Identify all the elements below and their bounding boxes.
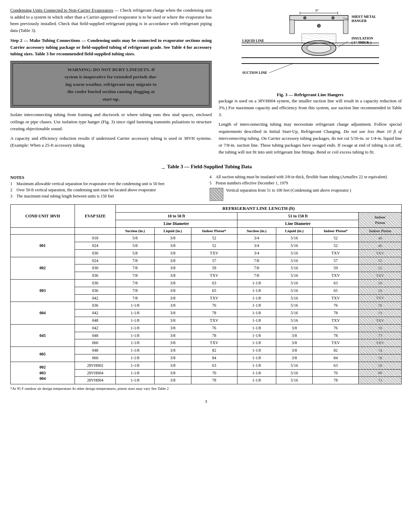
indoor1-cell: 63 (191, 362, 237, 369)
evap-size-cell: 048 (75, 332, 116, 339)
col-liquid1: Liquid (in.) (154, 227, 191, 234)
suction1-cell: 1-1/8 (115, 362, 154, 369)
indoor2-cell: 82 (313, 347, 359, 354)
indoor2-cell: 59 (313, 264, 359, 272)
cond-unit-cell: 045 (11, 324, 75, 347)
data-table: COND UNIT 38VH EVAP SIZE REFRIGERANT LIN… (10, 204, 402, 384)
suction2-cell: 3/4 (237, 249, 276, 257)
suction1-cell: 7/8 (115, 280, 154, 287)
indoor-piston-shaded-cell: TXV (359, 339, 402, 347)
indoor1-cell: 63 (191, 280, 237, 287)
suction2-cell: 1-1/8 (237, 280, 276, 287)
liquid1-cell: 3/8 (154, 339, 191, 347)
evap-size-cell: 048 (75, 317, 116, 325)
suction1-cell: 7/8 (115, 257, 154, 264)
liquid1-cell: 3/8 (154, 242, 191, 250)
indoor-piston-shaded-cell: 46 (359, 242, 402, 250)
liquid2-cell: 5/16 (276, 294, 313, 302)
header-range2: 51 to 150 ft (237, 213, 359, 220)
table-row: 0450421-1/83/8761-1/83/87670 (11, 324, 402, 332)
liquid2-cell: 3/8 (276, 354, 313, 362)
indoor-piston-shaded-cell: TXV (359, 317, 402, 325)
indoor-piston-shaded-cell: 66 (359, 369, 402, 377)
col-cond (11, 227, 75, 234)
indoor1-cell: 57 (191, 257, 237, 264)
cond-unit-cell: 005 (11, 347, 75, 362)
evap-size-cell: 036 (75, 287, 116, 294)
liquid1-cell: 3/8 (154, 332, 191, 339)
indoor-piston-shaded-cell: TXV (359, 272, 402, 280)
liquid2-cell: 5/16 (276, 309, 313, 317)
indoor-piston-shaded-cell: 59 (359, 280, 402, 287)
suction2-cell: 7/8 (237, 257, 276, 264)
indoor1-cell: 84 (191, 354, 237, 362)
col-suction1: Suction (in.) (115, 227, 154, 234)
suction2-cell: 1-1/8 (237, 294, 276, 302)
evap-size-cell: 030 (75, 264, 116, 272)
liquid1-cell: 3/8 (154, 272, 191, 280)
table-row: 0030307/83/8631-1/85/166359 (11, 280, 402, 287)
table-row: 0040361-1/83/8761-1/85/167670 (11, 302, 402, 309)
indoor-piston-shaded-cell: 74 (359, 347, 402, 354)
liquid2-cell: 5/16 (276, 302, 313, 309)
indoor-piston-shaded-cell: 73 (359, 309, 402, 317)
suction2-cell: 1-1/8 (237, 309, 276, 317)
indoor-piston-shaded-cell: 52 (359, 257, 402, 264)
liquid2-cell: 5/16 (276, 257, 313, 264)
indoor-piston-shaded-cell: 73 (359, 377, 402, 384)
liquid2-cell: 5/16 (276, 264, 313, 272)
table-row: 0020247/83/8577/85/165752 (11, 257, 402, 264)
indoor2-cell: 65 (313, 287, 359, 294)
svg-point-22 (303, 16, 306, 19)
indoor2-cell: 78 (313, 377, 359, 384)
cond-unit-cell: 003 (11, 280, 75, 302)
cond-unit-cell: 002 003 004 (11, 362, 75, 384)
indoor1-cell: 59 (191, 264, 237, 272)
suction1-cell: 7/8 (115, 287, 154, 294)
suction1-cell: 5/8 (115, 242, 154, 250)
table-row: 002 003 00428VH0021-1/83/8631-1/85/16635… (11, 362, 402, 369)
evap-size-cell: 036 (75, 302, 116, 309)
liquid2-cell: 5/16 (276, 317, 313, 325)
indoor2-cell: 63 (313, 280, 359, 287)
liquid2-cell: 5/16 (276, 369, 313, 377)
svg-line-21 (269, 64, 293, 73)
suction2-cell: 1-1/8 (237, 369, 276, 377)
footer-note: *At 95 F outdoor air design temperature … (10, 386, 402, 390)
svg-text:SHEET METAL: SHEET METAL (352, 15, 376, 19)
svg-rect-6 (343, 20, 348, 34)
notes-section: NOTES 1 Maximum allowable vertical separ… (10, 174, 402, 201)
indoor1-cell: TXV (191, 272, 237, 280)
indoor2-cell: 76 (313, 324, 359, 332)
indoor2-cell: 70 (313, 369, 359, 377)
indoor2-cell: 57 (313, 257, 359, 264)
table-section: → Table 3 — Field-Supplied Tubing Data N… (10, 164, 402, 390)
indoor-piston-shaded-cell: 59 (359, 362, 402, 369)
step2-heading: Step 2 — Make Tubing Connections — Conde… (10, 37, 212, 57)
evap-size-cell: 048 (75, 347, 116, 354)
body-para2: A capacity and efficiency reduction resu… (10, 135, 212, 149)
suction2-cell: 1-1/8 (237, 287, 276, 294)
indoor-piston-shaded-cell: 70 (359, 324, 402, 332)
liquid2-cell: 5/16 (276, 377, 313, 384)
evap-size-cell: 042 (75, 309, 116, 317)
indoor1-cell: 70 (191, 369, 237, 377)
figure-svg: 6" (238, 7, 382, 89)
page-container: Condensing Units Connected to Non-Carrie… (10, 7, 402, 404)
cond-unit-cell: 004 (11, 302, 75, 324)
indoor-piston-shaded-cell: 70 (359, 302, 402, 309)
suction1-cell: 5/8 (115, 235, 154, 242)
indoor1-cell: 78 (191, 309, 237, 317)
suction2-cell: 1-1/8 (237, 339, 276, 347)
svg-text:LIQUID LINE: LIQUID LINE (242, 39, 264, 43)
indoor2-cell: TXV (313, 272, 359, 280)
liquid1-cell: 3/8 (154, 317, 191, 325)
suction1-cell: 1-1/8 (115, 354, 154, 362)
note-3: 3 The maximum total tubing length betwee… (10, 194, 203, 199)
liquid1-cell: 3/8 (154, 377, 191, 384)
table-row: 0010185/83/8523/45/165246 (11, 235, 402, 242)
header-range1: 10 to 50 ft (115, 213, 237, 220)
suction2-cell: 3/4 (237, 242, 276, 250)
indoor2-cell: TXV (313, 294, 359, 302)
indoor1-cell: 78 (191, 377, 237, 384)
